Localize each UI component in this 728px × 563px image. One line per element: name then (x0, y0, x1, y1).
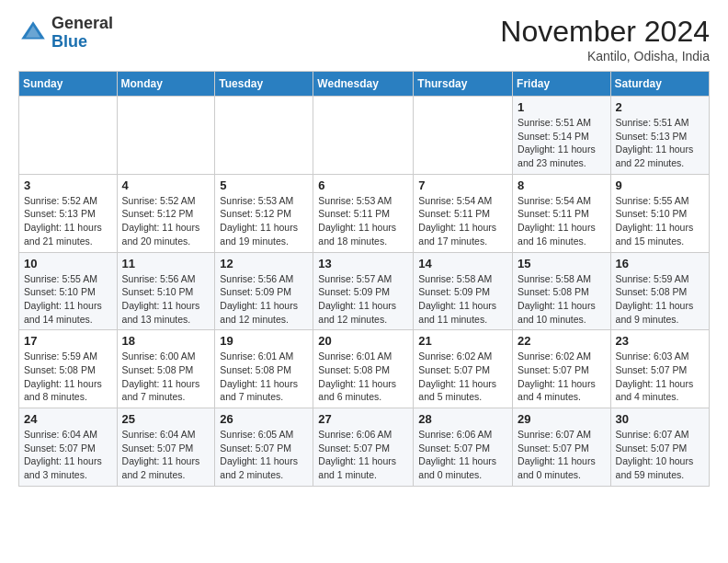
day-info: Sunrise: 5:56 AM Sunset: 5:09 PM Dayligh… (220, 272, 308, 327)
day-number: 12 (220, 257, 308, 270)
day-number: 20 (318, 334, 408, 348)
day-info: Sunrise: 5:55 AM Sunset: 5:10 PM Dayligh… (616, 194, 704, 248)
calendar-cell: 30Sunrise: 6:07 AM Sunset: 5:07 PM Dayli… (610, 408, 709, 487)
calendar-cell: 23Sunrise: 6:03 AM Sunset: 5:07 PM Dayli… (610, 330, 709, 408)
day-info: Sunrise: 5:56 AM Sunset: 5:10 PM Dayligh… (122, 272, 210, 327)
day-number: 9 (616, 178, 704, 192)
day-info: Sunrise: 6:03 AM Sunset: 5:07 PM Dayligh… (616, 350, 704, 404)
calendar-cell: 3Sunrise: 5:52 AM Sunset: 5:13 PM Daylig… (19, 174, 118, 252)
calendar-cell: 24Sunrise: 6:04 AM Sunset: 5:07 PM Dayli… (19, 408, 118, 487)
day-info: Sunrise: 6:07 AM Sunset: 5:07 PM Dayligh… (518, 428, 606, 482)
location: Kantilo, Odisha, India (500, 49, 710, 63)
day-number: 10 (24, 257, 112, 270)
logo-text: General Blue (51, 15, 113, 52)
day-info: Sunrise: 5:51 AM Sunset: 5:14 PM Dayligh… (518, 116, 606, 170)
day-info: Sunrise: 5:58 AM Sunset: 5:09 PM Dayligh… (418, 272, 507, 327)
day-info: Sunrise: 5:53 AM Sunset: 5:11 PM Dayligh… (318, 194, 408, 248)
calendar-week-5: 24Sunrise: 6:04 AM Sunset: 5:07 PM Dayli… (19, 408, 710, 487)
page: General Blue November 2024 Kantilo, Odis… (0, 0, 728, 501)
calendar-cell: 9Sunrise: 5:55 AM Sunset: 5:10 PM Daylig… (610, 174, 709, 252)
day-info: Sunrise: 6:02 AM Sunset: 5:07 PM Dayligh… (418, 350, 507, 404)
day-number: 16 (616, 257, 704, 270)
weekday-header-monday: Monday (117, 72, 215, 97)
day-info: Sunrise: 5:52 AM Sunset: 5:13 PM Dayligh… (24, 194, 112, 248)
day-info: Sunrise: 6:06 AM Sunset: 5:07 PM Dayligh… (418, 428, 507, 482)
day-number: 1 (518, 100, 606, 114)
day-number: 21 (418, 334, 507, 348)
day-info: Sunrise: 6:05 AM Sunset: 5:07 PM Dayligh… (220, 428, 308, 482)
weekday-header-friday: Friday (513, 72, 611, 97)
day-number: 11 (122, 257, 210, 270)
day-number: 29 (518, 412, 606, 426)
day-info: Sunrise: 6:01 AM Sunset: 5:08 PM Dayligh… (318, 350, 408, 404)
calendar-cell: 18Sunrise: 6:00 AM Sunset: 5:08 PM Dayli… (117, 330, 215, 408)
logo: General Blue (18, 15, 113, 52)
calendar-cell: 15Sunrise: 5:58 AM Sunset: 5:08 PM Dayli… (513, 252, 611, 330)
day-number: 6 (318, 178, 408, 192)
day-number: 13 (318, 257, 408, 270)
calendar-cell: 27Sunrise: 6:06 AM Sunset: 5:07 PM Dayli… (313, 408, 414, 487)
weekday-header-wednesday: Wednesday (313, 72, 414, 97)
day-info: Sunrise: 6:00 AM Sunset: 5:08 PM Dayligh… (122, 350, 210, 404)
calendar-cell: 17Sunrise: 5:59 AM Sunset: 5:08 PM Dayli… (19, 330, 118, 408)
calendar-cell: 11Sunrise: 5:56 AM Sunset: 5:10 PM Dayli… (117, 252, 215, 330)
day-info: Sunrise: 5:52 AM Sunset: 5:12 PM Dayligh… (122, 194, 210, 248)
calendar-cell (414, 97, 513, 175)
day-info: Sunrise: 5:59 AM Sunset: 5:08 PM Dayligh… (616, 272, 704, 327)
day-number: 30 (616, 412, 704, 426)
calendar-cell: 12Sunrise: 5:56 AM Sunset: 5:09 PM Dayli… (215, 252, 313, 330)
calendar-cell: 6Sunrise: 5:53 AM Sunset: 5:11 PM Daylig… (313, 174, 414, 252)
day-number: 27 (318, 412, 408, 426)
logo-general: General (51, 15, 113, 33)
day-number: 2 (616, 100, 704, 114)
day-number: 24 (24, 412, 112, 426)
calendar-cell: 19Sunrise: 6:01 AM Sunset: 5:08 PM Dayli… (215, 330, 313, 408)
weekday-header-sunday: Sunday (19, 72, 118, 97)
weekday-header-tuesday: Tuesday (215, 72, 313, 97)
day-number: 7 (418, 178, 507, 192)
day-number: 25 (122, 412, 210, 426)
day-info: Sunrise: 6:04 AM Sunset: 5:07 PM Dayligh… (122, 428, 210, 482)
day-number: 15 (518, 257, 606, 270)
day-info: Sunrise: 6:06 AM Sunset: 5:07 PM Dayligh… (318, 428, 408, 482)
day-number: 19 (220, 334, 308, 348)
logo-icon (18, 18, 48, 48)
calendar-cell: 1Sunrise: 5:51 AM Sunset: 5:14 PM Daylig… (513, 97, 611, 175)
day-number: 8 (518, 178, 606, 192)
calendar-cell: 26Sunrise: 6:05 AM Sunset: 5:07 PM Dayli… (215, 408, 313, 487)
calendar-week-1: 1Sunrise: 5:51 AM Sunset: 5:14 PM Daylig… (19, 97, 710, 175)
day-number: 5 (220, 178, 308, 192)
day-number: 14 (418, 257, 507, 270)
calendar-cell (19, 97, 118, 175)
day-number: 26 (220, 412, 308, 426)
day-info: Sunrise: 5:57 AM Sunset: 5:09 PM Dayligh… (318, 272, 408, 327)
calendar-cell: 16Sunrise: 5:59 AM Sunset: 5:08 PM Dayli… (610, 252, 709, 330)
day-info: Sunrise: 5:53 AM Sunset: 5:12 PM Dayligh… (220, 194, 308, 248)
month-title: November 2024 (500, 15, 710, 49)
logo-blue: Blue (51, 33, 113, 52)
weekday-header-thursday: Thursday (414, 72, 513, 97)
calendar-cell: 20Sunrise: 6:01 AM Sunset: 5:08 PM Dayli… (313, 330, 414, 408)
calendar-cell: 4Sunrise: 5:52 AM Sunset: 5:12 PM Daylig… (117, 174, 215, 252)
day-number: 3 (24, 178, 112, 192)
title-block: November 2024 Kantilo, Odisha, India (500, 15, 710, 63)
calendar-week-2: 3Sunrise: 5:52 AM Sunset: 5:13 PM Daylig… (19, 174, 710, 252)
day-number: 18 (122, 334, 210, 348)
calendar-cell: 10Sunrise: 5:55 AM Sunset: 5:10 PM Dayli… (19, 252, 118, 330)
calendar-cell: 8Sunrise: 5:54 AM Sunset: 5:11 PM Daylig… (513, 174, 611, 252)
calendar-cell: 21Sunrise: 6:02 AM Sunset: 5:07 PM Dayli… (414, 330, 513, 408)
calendar-cell: 28Sunrise: 6:06 AM Sunset: 5:07 PM Dayli… (414, 408, 513, 487)
calendar-cell (117, 97, 215, 175)
day-info: Sunrise: 6:02 AM Sunset: 5:07 PM Dayligh… (518, 350, 606, 404)
calendar-cell: 2Sunrise: 5:51 AM Sunset: 5:13 PM Daylig… (610, 97, 709, 175)
calendar-week-4: 17Sunrise: 5:59 AM Sunset: 5:08 PM Dayli… (19, 330, 710, 408)
weekday-header-row: SundayMondayTuesdayWednesdayThursdayFrid… (19, 72, 710, 97)
calendar-cell: 7Sunrise: 5:54 AM Sunset: 5:11 PM Daylig… (414, 174, 513, 252)
calendar-cell (313, 97, 414, 175)
day-number: 17 (24, 334, 112, 348)
header: General Blue November 2024 Kantilo, Odis… (18, 15, 710, 63)
day-info: Sunrise: 5:58 AM Sunset: 5:08 PM Dayligh… (518, 272, 606, 327)
calendar-cell: 13Sunrise: 5:57 AM Sunset: 5:09 PM Dayli… (313, 252, 414, 330)
day-info: Sunrise: 5:54 AM Sunset: 5:11 PM Dayligh… (418, 194, 507, 248)
calendar-cell (215, 97, 313, 175)
